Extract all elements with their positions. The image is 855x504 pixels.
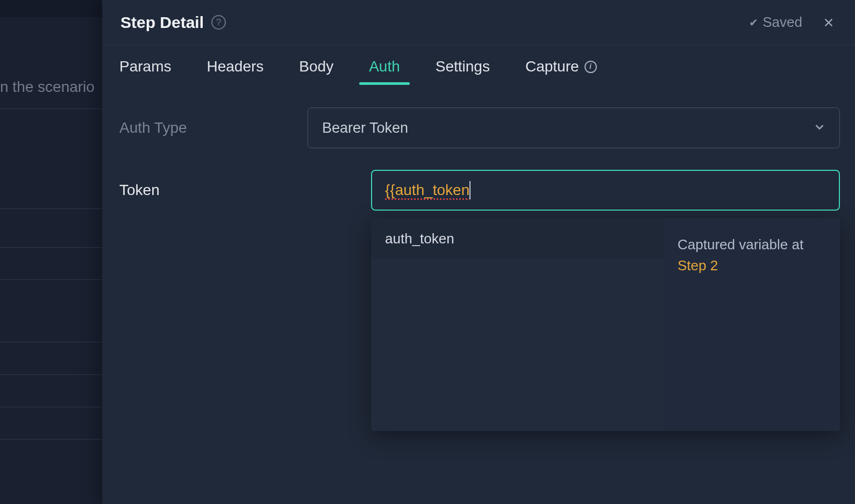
help-icon[interactable]: ? bbox=[211, 15, 226, 30]
content-area: Auth Type Bearer Token Token {{auth_toke… bbox=[102, 85, 855, 211]
bg-divider bbox=[0, 109, 102, 109]
dropdown-item-auth-token[interactable]: auth_token bbox=[371, 218, 664, 259]
text-cursor bbox=[469, 181, 471, 199]
header-right: ✔ Saved bbox=[749, 14, 837, 31]
bg-divider bbox=[0, 208, 102, 209]
saved-label: Saved bbox=[763, 14, 802, 31]
tabs: Params Headers Body Auth Settings Captur… bbox=[102, 45, 855, 85]
tab-params[interactable]: Params bbox=[119, 58, 171, 85]
tab-capture-label: Capture bbox=[525, 58, 579, 75]
auth-type-row: Auth Type Bearer Token bbox=[117, 107, 840, 148]
token-label: Token bbox=[117, 182, 308, 199]
dropdown-list: auth_token bbox=[371, 218, 664, 431]
close-icon bbox=[823, 17, 835, 28]
background-text: n the scenario bbox=[0, 78, 95, 96]
panel-header: Step Detail ? ✔ Saved bbox=[102, 0, 855, 45]
bg-divider bbox=[0, 342, 102, 342]
token-input[interactable]: {{auth_token bbox=[371, 170, 840, 211]
tab-headers[interactable]: Headers bbox=[206, 58, 263, 85]
token-value: {{auth_token bbox=[385, 182, 469, 199]
auth-type-label: Auth Type bbox=[117, 119, 308, 136]
saved-indicator: ✔ Saved bbox=[749, 14, 802, 31]
bg-divider bbox=[0, 439, 102, 440]
tab-capture[interactable]: Capture i bbox=[525, 58, 597, 85]
bg-divider bbox=[0, 407, 102, 407]
captured-label: Captured variable at bbox=[678, 236, 803, 253]
bg-divider bbox=[0, 375, 102, 375]
auth-type-value: Bearer Token bbox=[322, 120, 408, 136]
step-detail-panel: Step Detail ? ✔ Saved Params Headers Bod… bbox=[102, 0, 855, 504]
background-sidebar: n the scenario bbox=[0, 0, 102, 504]
autocomplete-dropdown: auth_token Captured variable at Step 2 bbox=[371, 218, 840, 431]
bg-divider bbox=[0, 247, 102, 248]
step-link[interactable]: Step 2 bbox=[678, 257, 718, 273]
chevron-down-icon bbox=[814, 121, 825, 135]
tab-auth[interactable]: Auth bbox=[369, 58, 400, 85]
tab-body[interactable]: Body bbox=[299, 58, 333, 85]
token-input-wrap: {{auth_token auth_token Captured variabl… bbox=[371, 170, 840, 211]
close-button[interactable] bbox=[821, 15, 837, 31]
token-row: Token {{auth_token auth_token Captured v… bbox=[117, 170, 840, 211]
panel-title: Step Detail bbox=[120, 13, 204, 32]
tab-settings[interactable]: Settings bbox=[436, 58, 490, 85]
check-icon: ✔ bbox=[749, 16, 758, 29]
dropdown-detail: Captured variable at Step 2 bbox=[664, 218, 840, 431]
info-icon: i bbox=[585, 61, 597, 73]
token-label-col: Token bbox=[117, 170, 371, 199]
header-left: Step Detail ? bbox=[120, 13, 226, 32]
captured-text: Captured variable at Step 2 bbox=[678, 234, 826, 276]
bg-divider bbox=[0, 279, 102, 280]
auth-type-select[interactable]: Bearer Token bbox=[308, 107, 840, 148]
